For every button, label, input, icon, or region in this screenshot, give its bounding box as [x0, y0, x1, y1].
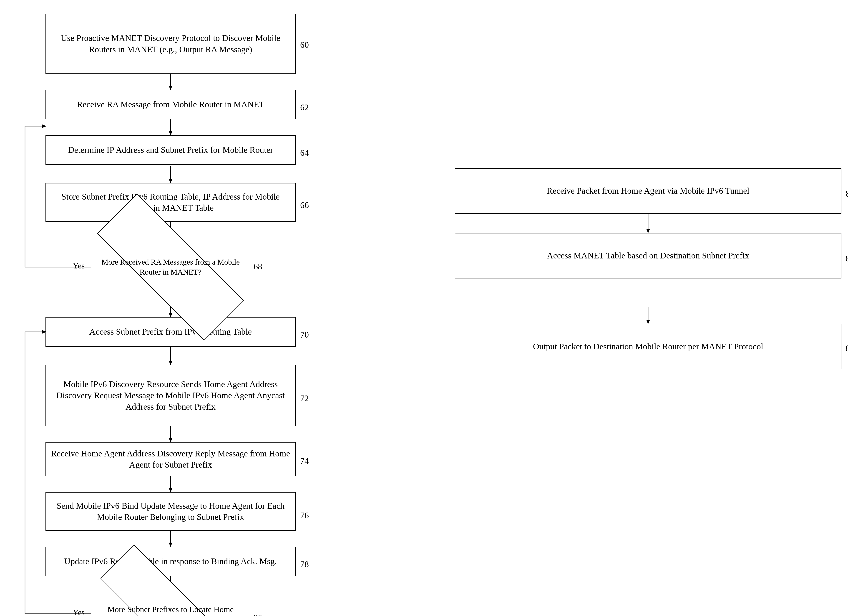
svg-marker-19 — [169, 488, 172, 492]
svg-marker-5 — [169, 179, 172, 183]
box-66-label: Store Subnet Prefix IPv6 Routing Table, … — [50, 191, 291, 214]
box-78: Update IPv6 Routing Table in response to… — [46, 547, 296, 576]
step-78-label: 78 — [300, 559, 309, 569]
box-60-label: Use Proactive MANET Discovery Protocol t… — [50, 33, 291, 55]
box-82: Receive Packet from Home Agent via Mobil… — [455, 168, 841, 214]
svg-marker-31 — [646, 229, 650, 233]
step-76-label: 76 — [300, 510, 309, 520]
box-72: Mobile IPv6 Discovery Resource Sends Hom… — [46, 365, 296, 426]
diamond-80-label: More Subnet Prefixes to Locate Home Agen… — [95, 604, 246, 616]
diamond-80: More Subnet Prefixes to Locate Home Agen… — [91, 590, 250, 616]
svg-marker-3 — [169, 131, 172, 135]
box-74-label: Receive Home Agent Address Discovery Rep… — [50, 448, 291, 471]
box-70: Access Subnet Prefix from IPv6 Routing T… — [46, 317, 296, 346]
step-86-label: 86 — [845, 343, 848, 353]
step-70-label: 70 — [300, 330, 309, 340]
step-64-label: 64 — [300, 148, 309, 158]
box-64: Determine IP Address and Subnet Prefix f… — [46, 135, 296, 165]
svg-marker-1 — [169, 86, 172, 90]
step-80-label: 80 — [254, 613, 262, 616]
box-70-label: Access Subnet Prefix from IPv6 Routing T… — [89, 326, 252, 337]
svg-marker-13 — [169, 313, 172, 317]
box-76: Send Mobile IPv6 Bind Update Message to … — [46, 492, 296, 531]
step-72-label: 72 — [300, 393, 309, 403]
box-64-label: Determine IP Address and Subnet Prefix f… — [68, 144, 273, 155]
box-76-label: Send Mobile IPv6 Bind Update Message to … — [50, 500, 291, 523]
box-60: Use Proactive MANET Discovery Protocol t… — [46, 13, 296, 74]
box-86: Output Packet to Destination Mobile Rout… — [455, 324, 841, 369]
svg-marker-15 — [169, 361, 172, 365]
box-84: Access MANET Table based on Destination … — [455, 233, 841, 278]
step-60-label: 60 — [300, 40, 309, 50]
svg-marker-21 — [169, 543, 172, 547]
diamond-68-label: More Received RA Messages from a Mobile … — [95, 257, 246, 277]
box-66: Store Subnet Prefix IPv6 Routing Table, … — [46, 183, 296, 222]
box-62-label: Receive RA Message from Mobile Router in… — [77, 99, 264, 110]
box-78-label: Update IPv6 Routing Table in response to… — [64, 556, 277, 567]
svg-marker-11 — [42, 124, 46, 128]
diamond-80-yes: Yes — [73, 607, 85, 616]
diamond-68: More Received RA Messages from a Mobile … — [91, 237, 250, 297]
step-66-label: 66 — [300, 200, 309, 210]
box-84-label: Access MANET Table based on Destination … — [547, 250, 749, 261]
box-82-label: Receive Packet from Home Agent via Mobil… — [547, 185, 750, 196]
step-84-label: 84 — [845, 253, 848, 264]
step-68-label: 68 — [254, 261, 262, 271]
step-62-label: 62 — [300, 102, 309, 112]
step-74-label: 74 — [300, 456, 309, 466]
box-72-label: Mobile IPv6 Discovery Resource Sends Hom… — [50, 379, 291, 412]
diamond-68-yes: Yes — [73, 261, 85, 271]
step-82-label: 82 — [845, 189, 848, 198]
box-86-label: Output Packet to Destination Mobile Rout… — [533, 341, 763, 352]
svg-marker-33 — [646, 320, 650, 324]
box-62: Receive RA Message from Mobile Router in… — [46, 90, 296, 119]
box-74: Receive Home Agent Address Discovery Rep… — [46, 442, 296, 476]
svg-marker-17 — [169, 438, 172, 442]
